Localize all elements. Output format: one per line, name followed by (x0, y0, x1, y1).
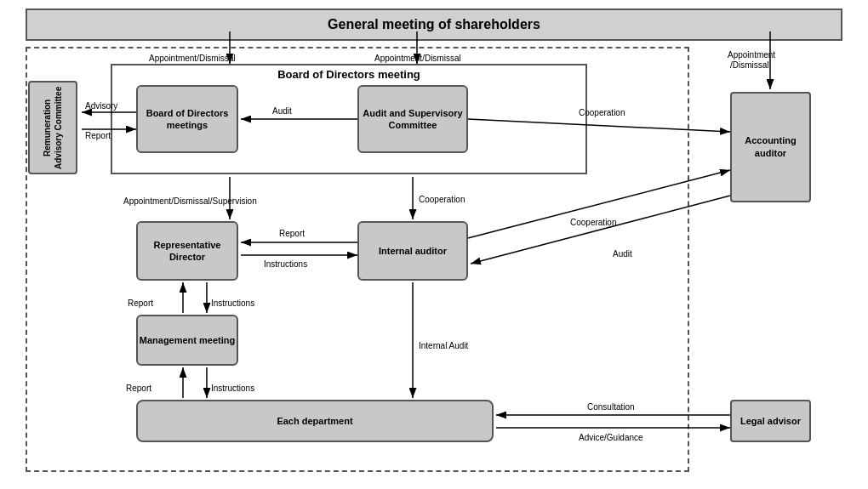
audit-committee-label: Audit and Supervisory Committee (359, 107, 466, 132)
shareholders-box: General meeting of shareholders (26, 9, 842, 41)
shareholders-title: General meeting of shareholders (328, 17, 540, 31)
legal-advisor-box: Legal advisor (730, 400, 811, 442)
audit-committee-node: Audit and Supervisory Committee (357, 85, 468, 153)
internal-auditor-node: Internal auditor (357, 221, 468, 281)
appoint-dismiss-label3b: /Dismissal (730, 60, 769, 70)
each-department-node: Each department (136, 400, 494, 442)
representative-director-label: Representative Director (138, 239, 237, 264)
accounting-auditor-box: Accounting auditor (730, 92, 811, 202)
legal-advisor-label: Legal advisor (740, 416, 801, 426)
remuneration-label: Remuneration Advisory Committee (42, 82, 64, 173)
board-directors-label: Board of Directors meetings (138, 107, 237, 132)
remuneration-box: Remuneration Advisory Committee (28, 81, 77, 174)
representative-director-node: Representative Director (136, 221, 238, 281)
board-directors-node: Board of Directors meetings (136, 85, 238, 153)
each-department-label: Each department (277, 415, 352, 427)
management-meeting-label: Management meeting (140, 334, 235, 346)
appoint-dismiss-label3: Appointment (728, 50, 775, 60)
accounting-auditor-label: Accounting auditor (732, 134, 809, 161)
internal-auditor-label: Internal auditor (379, 245, 447, 257)
board-meeting-label: Board of Directors meeting (112, 65, 585, 83)
management-meeting-node: Management meeting (136, 315, 238, 366)
